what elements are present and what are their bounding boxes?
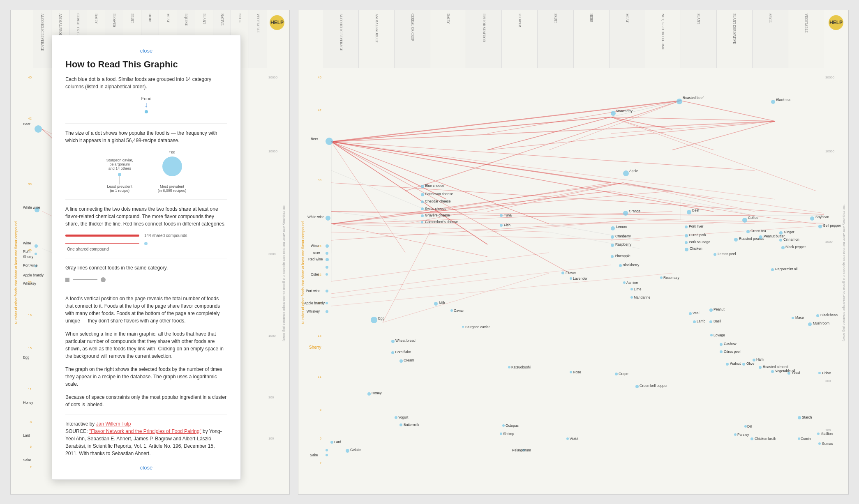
dot-gruyere (421, 214, 424, 217)
svg-line-14 (331, 142, 405, 253)
label-chicken: Chicken (690, 246, 702, 251)
author-link[interactable]: Jan Willem Tulp (96, 421, 131, 427)
svg-line-13 (331, 142, 446, 199)
svg-line-6 (331, 142, 487, 244)
svg-line-53 (755, 216, 816, 224)
source-label: SOURCE: (65, 428, 88, 434)
label-whitewine-left: White wine (23, 205, 40, 209)
dot-porksausage (685, 241, 688, 244)
label-blackpepper: Black pepper (785, 245, 806, 249)
label-wheatbread: Wheat bread (395, 338, 416, 343)
label-swiss: Swiss cheese (425, 207, 446, 211)
modal-para7: The graph on the right shows the selecte… (65, 366, 227, 388)
label-yogurt: Yogurt (398, 415, 408, 419)
col-label-herb: HERB (148, 14, 152, 22)
label-citruspeel: Citrus peel (724, 350, 741, 354)
svg-line-61 (331, 273, 487, 294)
help-button-left[interactable]: HELP (270, 15, 284, 30)
close-link-top[interactable]: close (140, 48, 152, 54)
modal-close-bottom[interactable]: close (65, 464, 227, 471)
label-porkliver: Pork liver (689, 224, 703, 228)
svg-line-41 (623, 183, 714, 199)
label-katsuobushi: Katsuobushi (511, 365, 531, 369)
svg-line-45 (430, 191, 672, 212)
left-panel: ALCOHOLIC BEVERAGE ANIMAL PRODUCT CEREAL… (10, 10, 290, 495)
svg-line-39 (405, 183, 623, 224)
label-bluecheese: Blue cheese (425, 184, 444, 188)
svg-line-43 (331, 170, 430, 212)
modal-para6: When selecting a line in the main graphi… (65, 330, 227, 360)
modal-para1: Each blue dot is a food. Similar foods a… (65, 76, 227, 90)
col-label-plant: PLANT (202, 14, 206, 24)
source-link[interactable]: "Flavor Network and the Principles of Fo… (89, 428, 201, 434)
dot-rum-left (35, 253, 37, 255)
label-octopus: Octopus (506, 423, 519, 428)
dot-cranberry (611, 235, 614, 239)
label-sherry: Sherry (309, 345, 321, 350)
label-roastedbeef: Roasted beef (683, 96, 704, 100)
modal-para4: Gray lines connect foods in the same cat… (65, 264, 227, 272)
col-label-equine: EQUINE (184, 14, 188, 26)
svg-line-17 (331, 224, 549, 232)
dot-raspberry (611, 244, 614, 247)
modal-close-top[interactable]: close (65, 47, 227, 54)
help-button-right[interactable]: HELP (829, 15, 843, 30)
dot-peanutbutter (759, 235, 762, 239)
label-apple: Apple (629, 169, 638, 173)
dot-shrimp (500, 433, 502, 435)
dot-cider (326, 273, 328, 276)
label-orange: Orange (629, 209, 640, 213)
label-mace: Mace (795, 315, 804, 320)
label-fish: Fish (504, 223, 510, 227)
svg-line-24 (611, 117, 714, 150)
dot-wine (326, 244, 329, 248)
col-label-flower: FLOWER (112, 14, 116, 27)
label-beer: Beer (311, 137, 318, 141)
dot-orange (623, 211, 628, 216)
dot-sumac (818, 442, 821, 445)
svg-line-29 (681, 101, 775, 121)
col-label-dairy: DAIRY (94, 14, 98, 24)
svg-line-19 (331, 212, 672, 224)
right-axis-left: The frequency with which the food item a… (267, 68, 289, 478)
label-wine-left: Wine (23, 241, 31, 245)
dot-cinnamon (779, 239, 782, 242)
dot-roastedbeef (677, 99, 682, 104)
line-diagram: 144 shared compounds One shared compound (65, 233, 227, 251)
dot-buttermilk (399, 423, 402, 426)
svg-line-62 (331, 265, 611, 298)
dot-mace (792, 317, 794, 319)
food-diagram: Food ↓ (65, 96, 227, 117)
label-portw-left: Port wine (23, 263, 37, 267)
label-applebrandy: Apple brandy (304, 301, 325, 305)
dot-parsley (734, 433, 737, 436)
dot-milk (434, 302, 438, 306)
label-tuna: Tuna (504, 213, 512, 217)
dot-chive (818, 372, 821, 374)
label-porksausage: Pork sausage (689, 240, 710, 244)
label-pelargonum: Pelargonum (512, 448, 531, 452)
label-sherry-left: Sherry (23, 255, 33, 259)
dot-katsuobushi (508, 366, 510, 368)
gray-dots-diagram (65, 277, 227, 282)
dot-ham (753, 359, 755, 361)
label-lard-left: Lard (23, 433, 30, 437)
svg-line-15 (331, 142, 570, 273)
dot-wheatbread (391, 340, 395, 343)
dot-sherry (326, 266, 328, 269)
svg-line-72 (383, 273, 549, 322)
svg-line-42 (623, 183, 755, 212)
dot-stallion (817, 433, 820, 435)
dot-strawberry (611, 111, 616, 116)
label-lovage: Lovage (714, 333, 725, 337)
close-link-bottom[interactable]: close (140, 465, 152, 471)
label-parmesan: Parmesan cheese (425, 192, 453, 196)
dot-octopus (502, 424, 505, 427)
svg-line-31 (549, 101, 681, 150)
dot-tuna (500, 214, 503, 217)
dot-coffee (742, 218, 747, 223)
svg-line-60 (331, 253, 549, 281)
label-milk: Milk (439, 301, 445, 305)
y-axis-left: Number of other foods that share at leas… (11, 68, 33, 478)
dot-parmesan (421, 193, 424, 196)
